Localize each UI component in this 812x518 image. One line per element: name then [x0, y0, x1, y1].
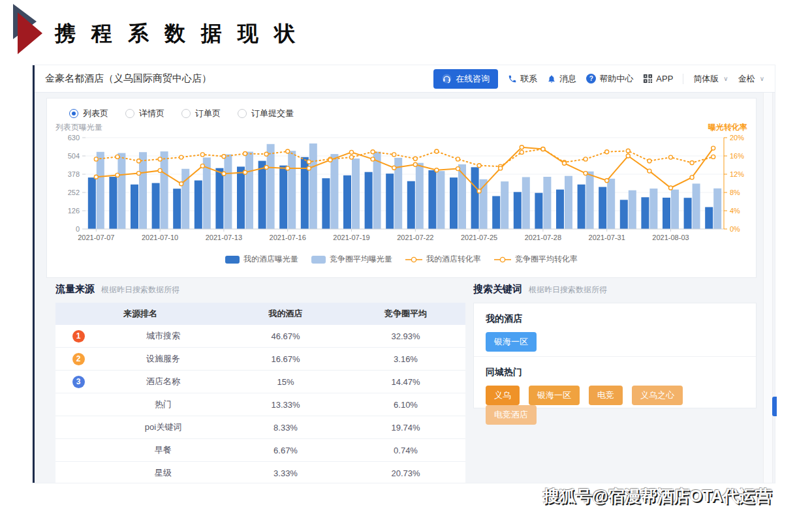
search-keywords-section: 搜索关键词 根据昨日搜索数据所得 我的酒店 银海一区 同城热门 义乌银海一区电竞…: [473, 283, 757, 408]
svg-text:列表页曝光量: 列表页曝光量: [55, 123, 102, 132]
chevron-down-icon: ∨: [760, 75, 764, 82]
keyword-tag: 义乌之心: [632, 386, 683, 405]
radio-label: 列表页: [83, 108, 108, 119]
svg-text:4%: 4%: [730, 207, 740, 215]
keyword-tag: 义乌: [486, 386, 520, 405]
rank-cell: [55, 439, 101, 462]
legend-item[interactable]: 我的酒店曝光量: [225, 254, 298, 265]
radio-label: 详情页: [139, 108, 164, 119]
bell-icon: [547, 74, 556, 84]
svg-text:630: 630: [68, 134, 80, 142]
svg-text:0%: 0%: [730, 225, 740, 233]
header-divider: [683, 74, 683, 84]
svg-text:16%: 16%: [730, 152, 744, 160]
side-panel-handle[interactable]: [772, 397, 777, 416]
question-icon: ?: [586, 74, 596, 84]
column-header-source-rank: 来源排名: [55, 303, 225, 325]
app-header: 金豪名都酒店（义乌国际商贸中心店） 在线咨询 联系: [35, 65, 775, 93]
hotel-name: 金豪名都酒店（义乌国际商贸中心店）: [45, 72, 211, 85]
my-hotel-value-cell: 3.33%: [225, 462, 346, 483]
table-row: 星级3.33%20.73%: [55, 462, 465, 483]
source-name-cell: poi关键词: [101, 416, 225, 439]
search-keywords-title: 搜索关键词 根据昨日搜索数据所得: [473, 283, 757, 296]
radio-dot-icon: [69, 109, 78, 118]
source-name-cell: 星级: [101, 462, 225, 483]
user-menu-dropdown[interactable]: 金松 ∨: [738, 73, 764, 85]
competitor-value-cell: 14.47%: [346, 371, 465, 393]
svg-text:8%: 8%: [730, 189, 740, 196]
competitor-value-cell: 0.74%: [346, 439, 465, 462]
my-hotel-value-cell: 16.67%: [225, 348, 346, 371]
svg-text:0: 0: [76, 225, 80, 233]
radio-option[interactable]: 详情页: [125, 108, 164, 119]
table-row: 热门13.33%6.10%: [55, 393, 465, 416]
chart-legend: 我的酒店曝光量竞争圈平均曝光量我的酒店转化率竞争圈平均转化率: [47, 254, 756, 265]
svg-text:2021-07-10: 2021-07-10: [142, 234, 178, 241]
competitor-value-cell: 20.73%: [346, 462, 465, 483]
legend-item[interactable]: 竞争圈平均转化率: [494, 254, 578, 265]
svg-text:2021-07-22: 2021-07-22: [397, 234, 433, 241]
contact-button[interactable]: 联系: [508, 73, 537, 85]
svg-text:2021-07-07: 2021-07-07: [78, 234, 114, 241]
legend-line-marker-icon: [494, 256, 511, 264]
competitor-value-cell: 3.16%: [346, 348, 465, 371]
keyword-tag: 电竞: [589, 386, 623, 405]
my-hotel-value-cell: 8.33%: [225, 416, 346, 439]
rank-cell: [55, 416, 101, 439]
column-header-my-hotel: 我的酒店: [225, 303, 346, 325]
svg-text:2021-07-19: 2021-07-19: [333, 234, 369, 241]
radio-dot-icon: [125, 109, 134, 118]
radio-option[interactable]: 订单提交量: [238, 108, 294, 119]
legend-bar-swatch-icon: [311, 256, 326, 264]
legend-label: 我的酒店曝光量: [243, 254, 298, 265]
source-name-cell: 设施服务: [101, 348, 225, 371]
rank-badge: 1: [72, 330, 85, 343]
rank-cell: [55, 462, 101, 483]
page-type-radio-group: 列表页详情页订单页订单提交量: [47, 99, 756, 119]
watermark-text: 搜狐号@宿漫帮酒店OTA代运营: [543, 485, 772, 507]
scrollbar-track[interactable]: [763, 93, 773, 483]
headset-icon: [442, 74, 452, 84]
source-name-cell: 热门: [101, 393, 225, 416]
legend-item[interactable]: 竞争圈平均曝光量: [311, 254, 392, 265]
svg-text:2021-07-31: 2021-07-31: [589, 234, 625, 241]
my-hotel-value-cell: 13.33%: [225, 393, 346, 416]
radio-dot-icon: [238, 109, 247, 118]
language-dropdown[interactable]: 简体版 ∨: [693, 73, 728, 85]
table-row: 3酒店名称15%14.47%: [55, 371, 465, 393]
radio-option[interactable]: 列表页: [69, 108, 108, 119]
legend-label: 竞争圈平均曝光量: [330, 254, 392, 265]
rank-badge: 2: [72, 353, 85, 365]
legend-item[interactable]: 我的酒店转化率: [405, 254, 481, 265]
city-hot-keywords: 同城热门 义乌银海一区电竞义乌之心电竞酒店: [474, 357, 756, 410]
traffic-source-table: 来源排名 我的酒店 竞争圈平均 1城市搜索46.67%32.93%2设施服务16…: [55, 303, 465, 483]
svg-text:2021-08-03: 2021-08-03: [652, 234, 689, 241]
exposure-conversion-chart: 列表页曝光量曝光转化率01262523785046302021-07-07202…: [53, 122, 750, 254]
rank-badge: 3: [72, 376, 85, 388]
keyword-tag: 银海一区: [486, 332, 537, 352]
messages-button[interactable]: 消息: [547, 73, 576, 85]
source-name-cell: 早餐: [101, 439, 225, 462]
svg-text:2021-07-28: 2021-07-28: [525, 234, 561, 241]
phone-icon: [508, 74, 517, 84]
radio-option[interactable]: 订单页: [181, 108, 221, 119]
report-logo-icon: [12, 4, 44, 56]
svg-text:曝光转化率: 曝光转化率: [708, 123, 747, 132]
header-actions: 在线咨询 联系 消息 ? 帮助中心: [433, 69, 764, 89]
app-qr-button[interactable]: APP: [643, 74, 673, 84]
column-header-competitor-avg: 竞争圈平均: [346, 303, 465, 325]
table-header-row: 来源排名 我的酒店 竞争圈平均: [55, 303, 465, 325]
search-keywords-subtitle: 根据昨日搜索数据所得: [529, 284, 607, 296]
traffic-source-subtitle: 根据昨日搜索数据所得: [101, 284, 180, 296]
rank-cell: 1: [55, 325, 101, 348]
competitor-value-cell: 6.10%: [346, 393, 465, 416]
keyword-tag: 银海一区: [529, 386, 580, 405]
svg-text:2021-07-13: 2021-07-13: [206, 234, 242, 241]
report-title-block: 携程系数据现状: [12, 4, 311, 56]
table-row: 2设施服务16.67%3.16%: [55, 348, 465, 371]
online-consult-button[interactable]: 在线咨询: [433, 69, 498, 89]
svg-text:126: 126: [68, 207, 80, 215]
legend-bar-swatch-icon: [225, 256, 240, 264]
table-row: poi关键词8.33%19.74%: [55, 416, 465, 439]
help-center-button[interactable]: ? 帮助中心: [586, 73, 633, 85]
